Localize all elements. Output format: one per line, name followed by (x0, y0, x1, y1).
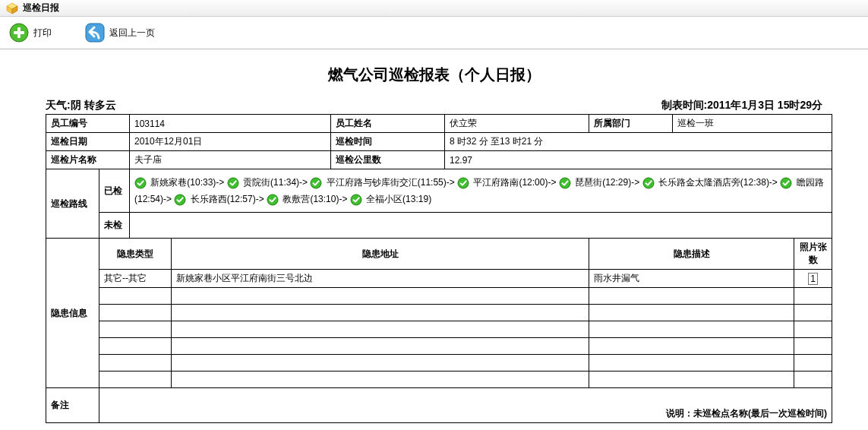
remark-cell: 说明：未巡检点名称(最后一次巡检时间) (99, 388, 832, 423)
route-checked: 新姚家巷(10:33)-> 贡院街(11:34)-> 平江府路与钞库街交汇(11… (130, 169, 832, 213)
gen-time: 制表时间:2011年1月3日 15时29分 (661, 99, 822, 112)
lbl-checked: 已检 (99, 169, 130, 213)
check-icon (457, 177, 469, 189)
check-icon (780, 177, 792, 189)
check-icon (134, 177, 147, 189)
photo-link[interactable]: 1 (808, 273, 818, 285)
hazard-desc: 雨水井漏气 (589, 270, 794, 288)
weather: 天气:阴 转多云 (46, 99, 116, 112)
footnote: 说明：未巡检点名称(最后一次巡检时间) (104, 407, 827, 420)
lbl-remark: 备注 (46, 388, 99, 423)
hdr-hazard-addr: 隐患地址 (172, 239, 589, 270)
val-area: 夫子庙 (130, 151, 331, 169)
hazard-row (46, 355, 832, 372)
lbl-dept: 所属部门 (589, 115, 673, 133)
lbl-emp-name: 员工姓名 (331, 115, 445, 133)
lbl-unchecked: 未检 (99, 213, 130, 239)
lbl-patrol-date: 巡检日期 (46, 133, 130, 151)
check-icon (310, 177, 322, 189)
hdr-hazard-desc: 隐患描述 (589, 239, 794, 270)
hazard-addr: 新姚家巷小区平江府南街三号北边 (172, 270, 589, 288)
val-emp-name: 伏立荣 (445, 115, 589, 133)
print-label: 打印 (33, 27, 52, 40)
check-icon (642, 177, 655, 189)
lbl-emp-id: 员工编号 (46, 115, 130, 133)
window-header: 巡检日报 (0, 0, 868, 17)
hazard-row (46, 372, 832, 388)
check-icon (227, 177, 239, 189)
check-icon (559, 177, 571, 189)
lbl-hazard-info: 隐患信息 (46, 239, 99, 388)
add-print-icon (8, 21, 30, 44)
back-label: 返回上一页 (109, 27, 155, 40)
check-icon (174, 194, 186, 206)
val-dept: 巡检一班 (673, 115, 832, 133)
page-title: 燃气公司巡检报表（个人日报） (46, 65, 822, 85)
check-icon (267, 194, 279, 206)
cube-icon (6, 2, 18, 14)
check-icon (350, 194, 362, 206)
hdr-hazard-type: 隐患类型 (99, 239, 172, 270)
val-patrol-time: 8 时32 分 至13 时21 分 (445, 133, 832, 151)
lbl-route: 巡检路线 (46, 169, 99, 239)
lbl-patrol-time: 巡检时间 (331, 133, 445, 151)
val-km: 12.97 (445, 151, 832, 169)
report-table: 员工编号 103114 员工姓名 伏立荣 所属部门 巡检一班 巡检日期 2010… (46, 114, 832, 423)
meta-row: 天气:阴 转多云 制表时间:2011年1月3日 15时29分 (46, 99, 822, 112)
back-button[interactable]: 返回上一页 (84, 21, 155, 44)
hdr-photo-count: 照片张数 (794, 239, 832, 270)
back-icon (84, 21, 106, 44)
route-unchecked (130, 213, 832, 239)
val-emp-id: 103114 (130, 115, 331, 133)
content: 燃气公司巡检报表（个人日报） 天气:阴 转多云 制表时间:2011年1月3日 1… (0, 49, 868, 430)
hazard-row (46, 338, 832, 355)
hazard-photos: 1 (794, 270, 832, 288)
lbl-km: 巡检公里数 (331, 151, 445, 169)
svg-rect-5 (14, 31, 24, 34)
hazard-row (46, 288, 832, 305)
lbl-area: 巡检片名称 (46, 151, 130, 169)
hazard-type: 其它--其它 (99, 270, 172, 288)
print-button[interactable]: 打印 (8, 21, 52, 44)
hazard-row (46, 321, 832, 338)
val-patrol-date: 2010年12月01日 (130, 133, 331, 151)
hazard-row (46, 305, 832, 321)
hazard-row: 其它--其它 新姚家巷小区平江府南街三号北边 雨水井漏气 1 (46, 270, 832, 288)
header-title: 巡检日报 (23, 2, 59, 14)
toolbar: 打印 返回上一页 (0, 17, 868, 49)
